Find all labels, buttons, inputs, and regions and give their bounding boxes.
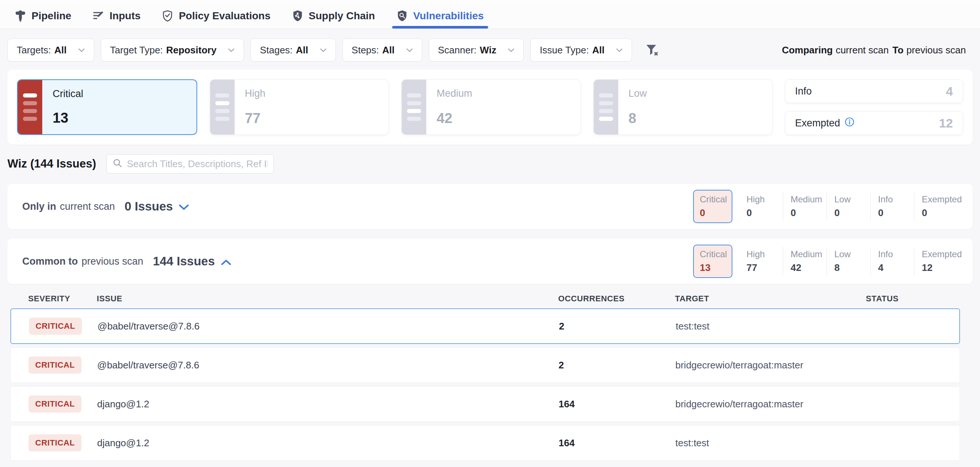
search-input[interactable] bbox=[127, 158, 267, 170]
chevron-down-icon bbox=[508, 48, 514, 52]
severity-card-count: 13 bbox=[52, 110, 186, 126]
issue-cell: django@1.2 bbox=[97, 437, 558, 449]
filter-scanner[interactable]: Scanner: Wiz bbox=[429, 38, 524, 62]
occurrences-cell: 2 bbox=[558, 359, 675, 371]
tab-policy-evaluations[interactable]: Policy Evaluations bbox=[162, 3, 270, 29]
chip-label: Low bbox=[834, 249, 870, 259]
severity-level-icon bbox=[18, 80, 42, 134]
column-header-issue: ISSUE bbox=[97, 294, 558, 303]
tab-pipeline[interactable]: Pipeline bbox=[15, 3, 71, 29]
tab-vulnerabilities[interactable]: Vulnerabilities bbox=[396, 3, 484, 29]
only-in-issues-toggle[interactable]: 0 Issues bbox=[124, 199, 189, 213]
tab-inputs[interactable]: Inputs bbox=[93, 3, 140, 29]
chip-count: 0 bbox=[791, 207, 827, 219]
shield-search-icon bbox=[396, 10, 408, 22]
severity-card-label: High bbox=[245, 88, 379, 99]
chip-low[interactable]: Low 8 bbox=[827, 247, 870, 276]
filter-target-type[interactable]: Target Type: Repository bbox=[101, 38, 244, 62]
chip-low[interactable]: Low 0 bbox=[827, 192, 870, 221]
chip-high[interactable]: High 0 bbox=[739, 192, 783, 221]
chip-critical[interactable]: Critical 13 bbox=[693, 245, 732, 278]
only-in-label: Only in current scan bbox=[22, 201, 115, 212]
comparison-current-scan: current scan bbox=[836, 44, 889, 56]
common-to-label: Common to previous scan bbox=[22, 256, 143, 267]
table-row[interactable]: CRITICAL django@1.2 164 bridgecrewio/ter… bbox=[10, 386, 960, 422]
severity-card-critical[interactable]: Critical 13 bbox=[17, 79, 197, 135]
severity-card-count: 77 bbox=[245, 110, 379, 126]
filter-value: All bbox=[382, 44, 395, 56]
chip-exempted[interactable]: Exempted 12 bbox=[914, 247, 958, 276]
severity-card-info[interactable]: Info 4 bbox=[785, 79, 963, 103]
comparison-previous-scan: previous scan bbox=[907, 44, 966, 56]
chip-medium[interactable]: Medium 0 bbox=[783, 192, 827, 221]
common-to-rest: previous scan bbox=[81, 256, 143, 267]
filter-steps[interactable]: Steps: All bbox=[342, 38, 422, 62]
table-row[interactable]: CRITICAL @babel/traverse@7.8.6 2 bridgec… bbox=[10, 347, 960, 383]
chip-count: 0 bbox=[746, 207, 783, 219]
severity-card-medium[interactable]: Medium 42 bbox=[401, 79, 581, 135]
severity-card-low[interactable]: Low 8 bbox=[593, 79, 773, 135]
chevron-down-icon bbox=[228, 48, 235, 52]
chip-exempted[interactable]: Exempted 0 bbox=[914, 192, 958, 221]
common-to-severity-chips: Critical 13 High 77 Medium 42 Low 8 Info… bbox=[693, 245, 958, 278]
column-header-occurrences: OCCURRENCES bbox=[558, 294, 675, 303]
filter-label: Steps: bbox=[352, 44, 379, 56]
severity-badge: CRITICAL bbox=[29, 434, 81, 451]
only-in-issues-count: 0 Issues bbox=[124, 199, 173, 213]
scanner-title: Wiz (144 Issues) bbox=[7, 157, 96, 170]
severity-card-high[interactable]: High 77 bbox=[210, 79, 389, 135]
chip-critical[interactable]: Critical 0 bbox=[693, 190, 732, 223]
table-row[interactable]: CRITICAL django@1.2 164 test:test bbox=[10, 425, 960, 461]
filter-issue-type[interactable]: Issue Type: All bbox=[530, 38, 632, 62]
scanner-header-row: Wiz (144 Issues) bbox=[7, 154, 973, 173]
column-header-target: TARGET bbox=[675, 294, 866, 303]
chip-count: 0 bbox=[878, 207, 914, 219]
common-to-issues-toggle[interactable]: 144 Issues bbox=[153, 254, 231, 268]
chevron-down-icon bbox=[406, 48, 413, 52]
table-row[interactable]: CRITICAL @babel/traverse@7.8.6 2 test:te… bbox=[10, 308, 960, 344]
chip-count: 0 bbox=[922, 207, 958, 219]
filter-value: All bbox=[296, 44, 308, 56]
only-in-current-scan-panel: Only in current scan 0 Issues Critical 0… bbox=[7, 184, 973, 229]
severity-badge: CRITICAL bbox=[29, 357, 81, 373]
comparing-word: Comparing bbox=[782, 44, 832, 56]
tab-label: Inputs bbox=[109, 10, 140, 22]
chip-count: 42 bbox=[791, 262, 827, 273]
chip-medium[interactable]: Medium 42 bbox=[783, 247, 827, 276]
only-in-rest: current scan bbox=[60, 201, 115, 212]
chip-high[interactable]: High 77 bbox=[739, 247, 783, 276]
severity-badge: CRITICAL bbox=[29, 318, 82, 335]
filter-value: All bbox=[592, 44, 605, 56]
chip-count: 13 bbox=[700, 262, 732, 273]
side-card-count: 12 bbox=[939, 116, 953, 130]
chip-count: 0 bbox=[834, 207, 870, 219]
info-icon[interactable] bbox=[845, 117, 854, 129]
tab-supply-chain[interactable]: Supply Chain bbox=[292, 3, 375, 29]
search-box bbox=[107, 154, 274, 173]
tab-label: Supply Chain bbox=[309, 10, 375, 22]
severity-card-exempted[interactable]: Exempted 12 bbox=[785, 111, 963, 135]
issue-cell: @babel/traverse@7.8.6 bbox=[97, 359, 558, 371]
chip-count: 12 bbox=[922, 262, 958, 273]
chip-label: Critical bbox=[700, 249, 732, 259]
column-header-severity: SEVERITY bbox=[28, 294, 97, 303]
shield-check-icon bbox=[162, 10, 173, 22]
severity-level-icon bbox=[402, 80, 426, 135]
only-in-bold: Only in bbox=[22, 201, 56, 212]
target-cell: test:test bbox=[675, 437, 866, 449]
filter-targets[interactable]: Targets: All bbox=[7, 38, 94, 62]
filter-stages[interactable]: Stages: All bbox=[251, 38, 336, 62]
clear-filters-icon[interactable] bbox=[645, 44, 659, 56]
chip-info[interactable]: Info 4 bbox=[870, 247, 914, 276]
chip-label: Low bbox=[834, 194, 870, 205]
chip-count: 77 bbox=[746, 262, 783, 273]
severity-card-label: Low bbox=[628, 88, 762, 99]
chip-label: Critical bbox=[700, 194, 732, 205]
chip-info[interactable]: Info 0 bbox=[870, 192, 914, 221]
side-cards-column: Info 4 Exempted 12 bbox=[785, 79, 963, 135]
chevron-up-icon bbox=[221, 254, 231, 268]
chip-label: High bbox=[746, 194, 783, 205]
filter-value: Repository bbox=[166, 44, 216, 56]
chip-label: Medium bbox=[791, 194, 827, 205]
occurrences-cell: 164 bbox=[558, 399, 675, 410]
